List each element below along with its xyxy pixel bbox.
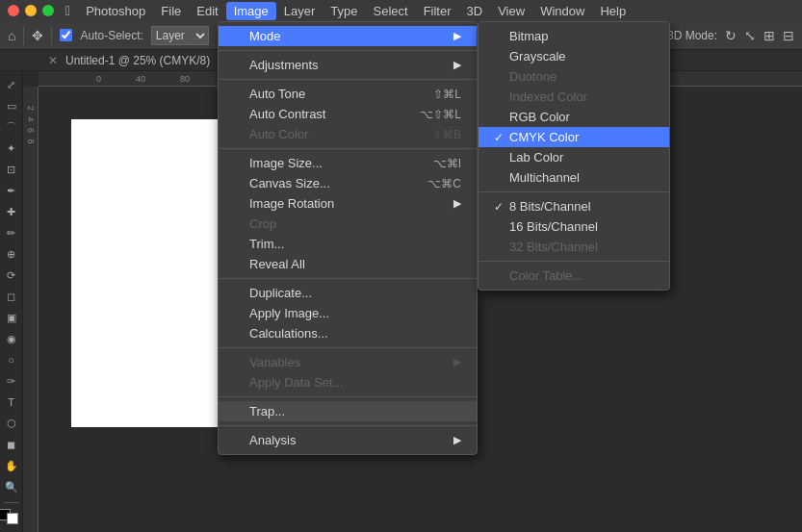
tab-bar: ✕ Untitled-1 @ 25% (CMYK/8) xyxy=(0,50,802,71)
maximize-button[interactable] xyxy=(42,5,54,16)
ruler-vertical: 2 4 6 8 xyxy=(23,87,39,532)
tool-dodge[interactable]: ○ xyxy=(2,350,21,369)
tab-label[interactable]: Untitled-1 @ 25% (CMYK/8) xyxy=(65,54,210,67)
tool-move[interactable]: ⤢ xyxy=(2,75,21,94)
menu-item-3d[interactable]: 3D xyxy=(459,2,491,20)
menu-item-help[interactable]: Help xyxy=(592,2,634,20)
canvas-area: 0 40 80 140 200 220 240 2 4 6 8 xyxy=(23,71,802,532)
menu-item-filter[interactable]: Filter xyxy=(416,2,459,20)
apple-icon:  xyxy=(65,3,70,18)
tool-eyedropper[interactable]: ✒ xyxy=(2,181,21,200)
tab-close-icon[interactable]: ✕ xyxy=(48,54,58,67)
tool-shape[interactable]: ◼ xyxy=(2,435,21,454)
tool-eraser[interactable]: ◻ xyxy=(2,287,21,306)
auto-select-label: Auto-Select: xyxy=(80,29,142,42)
minimize-button[interactable] xyxy=(25,5,37,16)
move-icon: ✥ xyxy=(32,28,43,43)
tool-lasso[interactable]: ⌒ xyxy=(2,117,21,137)
tool-blur[interactable]: ◉ xyxy=(2,329,21,348)
menu-bar:  Photoshop File Edit Image Layer Type S… xyxy=(0,0,802,21)
tool-gradient[interactable]: ▣ xyxy=(2,308,21,327)
window-controls xyxy=(8,5,54,16)
tool-path[interactable]: ⬡ xyxy=(2,414,21,433)
menu-item-file[interactable]: File xyxy=(153,2,189,20)
left-toolbar: ⤢ ▭ ⌒ ✦ ⊡ ✒ ✚ ✏ ⊕ ⟳ ◻ ▣ ◉ ○ ✑ T ⬡ ◼ ✋ 🔍 xyxy=(0,71,23,532)
tool-clone[interactable]: ⊕ xyxy=(2,244,21,264)
3d-slide-icon[interactable]: ⊟ xyxy=(783,28,794,43)
toolbar-separator xyxy=(4,502,19,503)
menu-item-view[interactable]: View xyxy=(490,2,532,20)
auto-select-checkbox[interactable] xyxy=(60,29,72,41)
tool-history[interactable]: ⟳ xyxy=(2,266,21,285)
tool-zoom[interactable]: 🔍 xyxy=(2,477,21,496)
3d-mode-label: 3D Mode: xyxy=(667,29,717,42)
tool-marquee[interactable]: ▭ xyxy=(2,96,21,115)
tool-hand[interactable]: ✋ xyxy=(2,456,21,475)
menu-item-edit[interactable]: Edit xyxy=(189,2,225,20)
menu-item-photoshop[interactable]: Photoshop xyxy=(78,2,153,20)
home-icon: ⌂ xyxy=(8,28,15,43)
3d-pan-icon[interactable]: ⤡ xyxy=(744,28,756,43)
menu-item-image[interactable]: Image xyxy=(226,2,276,20)
background-color[interactable] xyxy=(7,513,18,524)
toolbar: ⌂ ✥ Auto-Select: Layer Group 3D Mode: ↻ … xyxy=(0,21,802,50)
menu-item-window[interactable]: Window xyxy=(532,2,592,20)
tool-wand[interactable]: ✦ xyxy=(2,139,21,158)
tool-crop[interactable]: ⊡ xyxy=(2,160,21,179)
auto-select-dropdown[interactable]: Layer Group xyxy=(151,26,209,45)
close-button[interactable] xyxy=(8,5,19,16)
ruler-horizontal: 0 40 80 140 200 220 240 xyxy=(39,71,802,87)
color-swatches xyxy=(0,509,24,520)
menu-item-type[interactable]: Type xyxy=(323,2,365,20)
tool-text[interactable]: T xyxy=(2,393,21,412)
canvas-document xyxy=(71,119,408,427)
tool-brush[interactable]: ✏ xyxy=(2,223,21,242)
menu-item-layer[interactable]: Layer xyxy=(276,2,323,20)
3d-zoom-icon[interactable]: ⊞ xyxy=(763,28,775,43)
tool-pen[interactable]: ✑ xyxy=(2,371,21,391)
tool-heal[interactable]: ✚ xyxy=(2,202,21,221)
main-area: ⤢ ▭ ⌒ ✦ ⊡ ✒ ✚ ✏ ⊕ ⟳ ◻ ▣ ◉ ○ ✑ T ⬡ ◼ ✋ 🔍 … xyxy=(0,71,802,532)
menu-item-select[interactable]: Select xyxy=(366,2,416,20)
3d-rotate-icon[interactable]: ↻ xyxy=(725,28,737,43)
